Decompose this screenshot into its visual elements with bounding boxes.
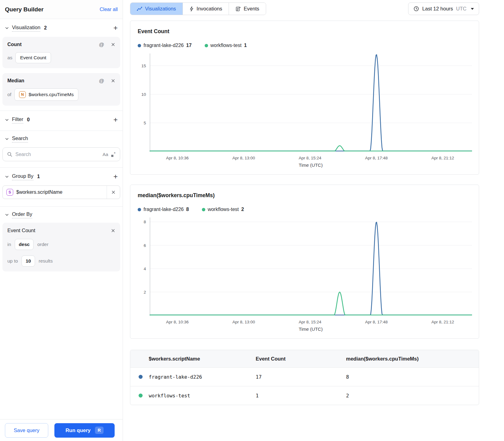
group-by-item[interactable]: S $workers.scriptName — [2, 185, 120, 199]
series-color-dot — [202, 208, 205, 211]
page-title: Query Builder — [5, 6, 44, 13]
table-row[interactable]: workflows-test 1 2 — [130, 386, 479, 405]
svg-text:Apr 8, 13:00: Apr 8, 13:00 — [232, 320, 255, 324]
chart-title: Event Count — [138, 28, 471, 35]
search-icon — [7, 152, 12, 157]
median-cputime-chart-card: median($workers.cpuTimeMs) fragrant-lake… — [130, 185, 479, 339]
main-content: Visualizations Invocations Events Last 1… — [123, 0, 504, 441]
case-sensitive-toggle[interactable]: Aa — [103, 152, 108, 157]
tab-events[interactable]: Events — [229, 3, 266, 15]
svg-text:2: 2 — [144, 290, 146, 295]
close-icon[interactable] — [111, 42, 115, 47]
median-card-title: Median — [7, 78, 24, 84]
mention-icon[interactable]: @ — [99, 42, 104, 47]
sidebar-header: Query Builder Clear all — [0, 0, 123, 19]
add-filter-button[interactable]: + — [113, 116, 118, 123]
count-card-title: Count — [7, 42, 22, 47]
median-cputime-line-chart[interactable]: 2468Apr 8, 10:36Apr 8, 13:00Apr 8, 15:24… — [138, 217, 472, 325]
regex-toggle-icon[interactable]: * — [111, 151, 116, 158]
result-limit-input[interactable]: 10 — [22, 256, 35, 267]
chevron-down-icon[interactable] — [5, 137, 9, 141]
legend-item[interactable]: workflows-test 1 — [205, 43, 247, 48]
sort-direction-selector[interactable]: desc — [15, 239, 33, 250]
view-tabs: Visualizations Invocations Events — [130, 2, 266, 15]
svg-text:4: 4 — [144, 267, 146, 271]
line-chart-icon — [137, 6, 142, 11]
svg-text:Apr 8, 15:24: Apr 8, 15:24 — [299, 156, 321, 160]
keyboard-shortcut-badge: R — [95, 427, 104, 434]
clear-all-button[interactable]: Clear all — [100, 7, 118, 12]
toolbar: Visualizations Invocations Events Last 1… — [130, 2, 479, 15]
close-icon[interactable] — [111, 228, 115, 233]
count-visualization-card: Count @ as Event Count — [2, 37, 120, 68]
search-section-header: Search — [0, 131, 123, 147]
tab-invocations[interactable]: Invocations — [183, 3, 229, 15]
string-field-type-icon: S — [6, 189, 13, 196]
save-query-button[interactable]: Save query — [5, 423, 48, 438]
legend-item[interactable]: workflows-test 2 — [202, 207, 244, 212]
remove-group-by-button[interactable] — [107, 186, 120, 199]
order-by-card: Event Count in desc order up to 10 resul… — [2, 223, 120, 271]
sidebar-footer: Save query Run query R — [0, 419, 123, 441]
svg-text:Apr 8, 15:24: Apr 8, 15:24 — [299, 320, 321, 324]
time-range-value: Last 12 hours — [422, 6, 453, 12]
results-table: $workers.scriptName Event Count median($… — [130, 350, 479, 405]
svg-text:6: 6 — [144, 243, 146, 248]
x-axis-label: Time (UTC) — [138, 326, 471, 332]
search-box: Aa * — [2, 147, 120, 161]
chart-legend: fragrant-lake-d226 8 workflows-test 2 — [138, 207, 471, 212]
table-row[interactable]: fragrant-lake-d226 17 8 — [130, 367, 479, 386]
add-visualization-button[interactable]: + — [113, 24, 118, 32]
filter-section-header: Filter 0 + — [0, 111, 123, 129]
event-count-chart-card: Event Count fragrant-lake-d226 17 workfl… — [130, 21, 479, 175]
of-label: of — [7, 92, 11, 97]
chevron-down-icon[interactable] — [5, 213, 9, 217]
count-alias-field[interactable]: Event Count — [15, 52, 51, 63]
table-header-row: $workers.scriptName Event Count median($… — [130, 350, 479, 367]
chevron-down-icon[interactable] — [5, 118, 9, 122]
x-axis-label: Time (UTC) — [138, 162, 471, 168]
tab-visualizations[interactable]: Visualizations — [130, 3, 183, 15]
chevron-down-icon[interactable] — [5, 26, 9, 30]
mention-icon[interactable]: @ — [99, 78, 104, 84]
lightning-icon — [189, 6, 194, 12]
legend-item[interactable]: fragrant-lake-d226 8 — [138, 207, 189, 212]
order-by-section-header: Order By — [0, 207, 123, 223]
series-color-dot — [138, 44, 141, 47]
group-by-section-label: Group By — [12, 173, 33, 180]
svg-text:Apr 8, 21:12: Apr 8, 21:12 — [431, 156, 454, 160]
time-range-dropdown[interactable]: Last 12 hours UTC — [408, 2, 479, 15]
up-to-label: up to — [7, 258, 18, 264]
series-color-dot — [139, 375, 143, 379]
as-label: as — [7, 55, 12, 60]
results-label: results — [39, 258, 53, 264]
close-icon[interactable] — [111, 79, 115, 83]
svg-text:10: 10 — [141, 92, 146, 97]
group-by-count: 1 — [37, 174, 40, 179]
chart-title: median($workers.cpuTimeMs) — [138, 192, 471, 199]
svg-text:Apr 8, 13:00: Apr 8, 13:00 — [232, 156, 255, 160]
clock-icon — [413, 6, 419, 12]
svg-text:Apr 8, 10:36: Apr 8, 10:36 — [166, 320, 189, 324]
legend-item[interactable]: fragrant-lake-d226 17 — [138, 43, 192, 48]
column-header-median: median($workers.cpuTimeMs) — [346, 356, 479, 362]
series-color-dot — [139, 394, 143, 398]
svg-text:Apr 8, 21:12: Apr 8, 21:12 — [431, 320, 454, 324]
column-header-event-count: Event Count — [256, 356, 346, 362]
svg-text:Apr 8, 17:48: Apr 8, 17:48 — [365, 320, 388, 324]
svg-text:Apr 8, 17:48: Apr 8, 17:48 — [365, 156, 388, 160]
svg-text:5: 5 — [144, 121, 146, 125]
event-count-line-chart[interactable]: 51015Apr 8, 10:36Apr 8, 13:00Apr 8, 15:2… — [138, 53, 472, 161]
column-header-script-name: $workers.scriptName — [130, 356, 256, 362]
caret-down-icon — [471, 8, 474, 10]
chevron-down-icon[interactable] — [5, 175, 9, 179]
visualization-section-header: Visualization 2 + — [0, 19, 123, 37]
median-field-selector[interactable]: N $workers.cpuTimeMs — [14, 88, 78, 101]
run-query-button[interactable]: Run query R — [54, 423, 115, 438]
filter-section-label: Filter — [12, 116, 23, 123]
search-input[interactable] — [15, 152, 100, 157]
chart-legend: fragrant-lake-d226 17 workflows-test 1 — [138, 43, 471, 48]
event-log-icon — [235, 6, 241, 12]
add-group-by-button[interactable]: + — [113, 173, 118, 180]
group-by-section-header: Group By 1 + — [0, 168, 123, 185]
